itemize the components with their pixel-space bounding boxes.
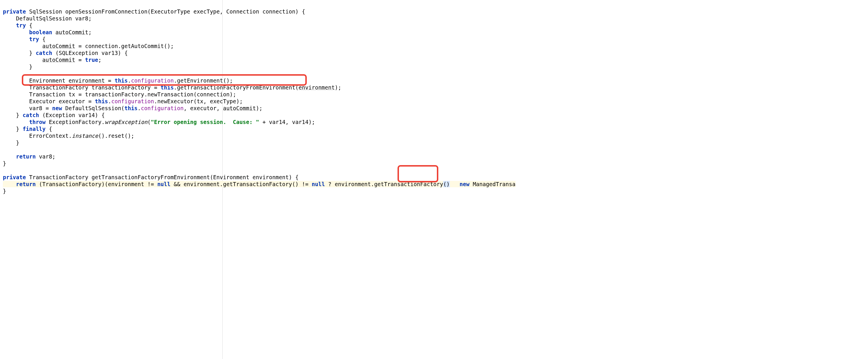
keyword: new: [460, 181, 469, 187]
code-line[interactable]: autoCommit = connection.getAutoCommit();: [3, 43, 174, 49]
code-text: }: [3, 63, 32, 70]
variable: autoCommit: [56, 29, 88, 35]
code-text: (SQLException var13) {: [52, 50, 128, 56]
code-text: DefaultSqlSession var8;: [3, 15, 92, 22]
variable: environment: [299, 84, 335, 91]
code-line[interactable]: private SqlSession openSessionFromConnec…: [3, 8, 305, 15]
code-text: TransactionFactory getTransactionFactory…: [26, 174, 299, 181]
code-text: (Exception var14) {: [39, 112, 105, 118]
code-text: .getEnvironment();: [174, 77, 233, 84]
code-line[interactable]: autoCommit = true;: [3, 57, 101, 63]
code-text: }: [3, 139, 19, 146]
field: configuration: [141, 105, 184, 111]
code-text: .getTransactionFactoryFromEnvironment(: [174, 84, 299, 91]
code-line[interactable]: } catch (SQLException var13) {: [3, 50, 128, 56]
code-line[interactable]: return (TransactionFactory)(environment …: [3, 181, 516, 187]
code-line[interactable]: Transaction tx = transactionFactory.newT…: [3, 91, 236, 98]
keyword: try: [29, 36, 39, 42]
code-text: ;: [98, 57, 101, 63]
code-text: [3, 57, 42, 63]
keyword: this: [95, 98, 108, 104]
code-text: [3, 181, 16, 187]
code-line[interactable]: boolean autoCommit;: [3, 29, 92, 35]
code-text: }: [3, 160, 6, 167]
code-text: && environment.getTransactionFactory() !…: [170, 181, 312, 187]
code-line[interactable]: try {: [3, 22, 32, 28]
code-line[interactable]: Executor executor = this.configuration.n…: [3, 98, 243, 104]
keyword: boolean: [29, 29, 52, 35]
code-text: (TransactionFactory)(environment !=: [36, 181, 157, 187]
code-text: [3, 36, 29, 42]
keyword: null: [312, 181, 325, 187]
keyword: catch: [36, 50, 52, 56]
keyword: return: [16, 181, 36, 187]
code-text: {: [26, 22, 32, 28]
code-text: [3, 29, 29, 35]
code-line[interactable]: }: [3, 63, 32, 70]
keyword: this: [161, 84, 174, 91]
code-text: , executor,: [184, 105, 223, 111]
code-text: var8 =: [3, 105, 52, 111]
keyword: return: [16, 153, 36, 160]
code-line[interactable]: }: [3, 188, 6, 194]
code-text: ;: [88, 29, 91, 35]
code-text: ManagedTransa: [469, 181, 515, 187]
code-line[interactable]: try {: [3, 36, 46, 42]
code-line[interactable]: Environment environment = this.configura…: [3, 77, 233, 84]
code-editor[interactable]: private SqlSession openSessionFromConnec…: [3, 1, 516, 194]
code-text: );: [335, 84, 341, 91]
code-text: ().reset();: [98, 133, 134, 139]
code-line[interactable]: return var8;: [3, 153, 56, 160]
variable: autoCommit: [42, 43, 75, 49]
code-text: [3, 153, 16, 160]
code-text: Environment: [3, 77, 69, 84]
keyword: private: [3, 174, 26, 181]
variable: autoCommit: [42, 57, 75, 63]
code-text: SqlSession openSessionFromConnection(Exe…: [26, 8, 305, 15]
static-method: wrapException: [105, 119, 148, 125]
keyword: this: [115, 77, 128, 84]
code-line[interactable]: TransactionFactory transactionFactory = …: [3, 84, 341, 91]
code-text: = connection.getAutoCommit();: [75, 43, 174, 49]
code-text: Executor executor =: [3, 98, 95, 104]
code-text: [3, 119, 29, 125]
code-line[interactable]: throw ExceptionFactory.wrapException("Er…: [3, 119, 315, 125]
string: "Error opening session. Cause: ": [151, 119, 259, 125]
code-line[interactable]: private TransactionFactory getTransactio…: [3, 174, 299, 181]
code-text: .newExecutor(tx, execType);: [154, 98, 243, 104]
code-line[interactable]: }: [3, 160, 6, 167]
code-line[interactable]: ErrorContext.instance().reset();: [3, 133, 134, 139]
code-text: .: [108, 98, 111, 104]
code-line[interactable]: }: [3, 139, 19, 146]
code-text: {: [39, 36, 46, 42]
field: configuration: [112, 98, 154, 104]
code-line[interactable]: var8 = new DefaultSqlSession(this.config…: [3, 105, 262, 111]
keyword: true: [85, 57, 98, 63]
code-text: DefaultSqlSession(: [62, 105, 124, 111]
code-text: [450, 181, 460, 187]
static-method: instance: [72, 133, 98, 139]
code-text: {: [46, 126, 52, 132]
keyword: try: [16, 22, 26, 28]
code-text: =: [75, 57, 85, 63]
code-line[interactable]: DefaultSqlSession var8;: [3, 15, 92, 22]
keyword: this: [124, 105, 137, 111]
keyword: throw: [29, 119, 46, 125]
code-text: [52, 29, 56, 35]
paren-match: (): [443, 181, 450, 187]
code-text: Transaction tx = transactionFactory.newT…: [3, 91, 236, 98]
code-text: (: [147, 119, 151, 125]
code-text: var8;: [36, 153, 56, 160]
code-text: .: [128, 77, 131, 84]
code-line[interactable]: } finally {: [3, 126, 52, 132]
code-text: }: [3, 126, 23, 132]
code-text: ExceptionFactory.: [46, 119, 105, 125]
code-text: );: [256, 105, 262, 111]
variable: environment: [69, 77, 105, 84]
keyword: catch: [23, 112, 39, 118]
code-text: }: [3, 188, 6, 194]
code-text: ? environment.getTransactionFactory: [325, 181, 443, 187]
code-text: }: [3, 112, 23, 118]
code-line[interactable]: } catch (Exception var14) {: [3, 112, 105, 118]
code-text: .: [137, 105, 141, 111]
